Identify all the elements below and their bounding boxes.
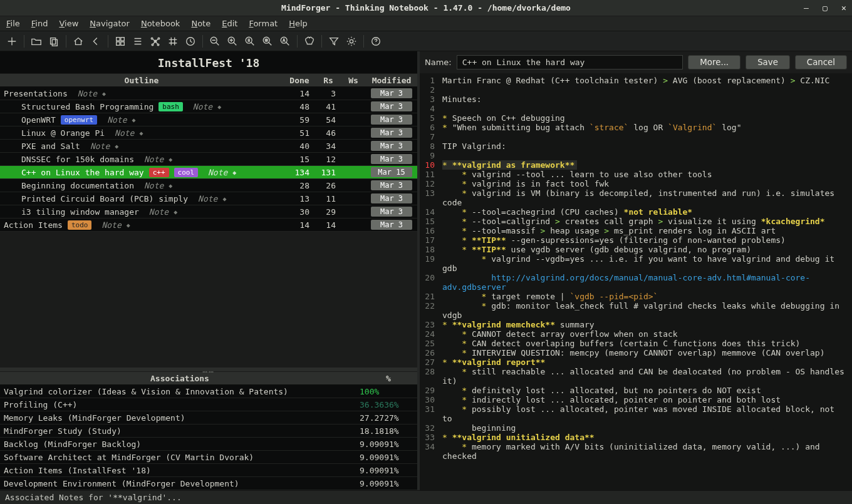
- outline-col-rs: Rs: [316, 76, 341, 85]
- name-input[interactable]: [457, 55, 683, 69]
- zoom-text-icon[interactable]: [277, 33, 293, 49]
- assoc-col-pct: %: [360, 374, 417, 383]
- tag-badge: openwrt: [61, 115, 97, 125]
- note-type-label: Note: [149, 207, 169, 217]
- name-label: Name:: [425, 58, 452, 67]
- statusbar: Associated Notes for '**valgrind'...: [0, 490, 852, 504]
- cancel-button[interactable]: Cancel: [795, 55, 847, 69]
- outline-row[interactable]: Action Itemstodo Note ◆1414Mar 3: [0, 219, 417, 232]
- maximize-icon[interactable]: ▢: [821, 3, 829, 13]
- zoom-in-main-icon[interactable]: [224, 33, 241, 49]
- association-row[interactable]: Valgrind colorizer (Ideas & Vision & Inn…: [0, 385, 417, 398]
- menu-file[interactable]: File: [6, 19, 20, 28]
- settings-icon[interactable]: [343, 33, 360, 49]
- zoom-list-icon[interactable]: [242, 33, 258, 49]
- new-note-icon[interactable]: [4, 33, 20, 49]
- tag-badge: todo: [68, 220, 92, 230]
- outline-row[interactable]: Presentations Note ◆143Mar 3: [0, 87, 417, 100]
- toolbar: [0, 31, 852, 51]
- diamond-icon: ◆: [232, 169, 236, 176]
- menu-view[interactable]: View: [59, 19, 78, 28]
- association-row[interactable]: Development Environment (MindForger Deve…: [0, 477, 417, 490]
- outline-row[interactable]: C++ on Linux the hard wayc++cool Note ◆1…: [0, 166, 417, 179]
- think-icon[interactable]: [301, 33, 318, 49]
- list-icon[interactable]: [130, 33, 146, 49]
- outline-row[interactable]: Beginning documentation Note ◆2826Mar 3: [0, 179, 417, 192]
- zoom-out-main-icon[interactable]: [207, 33, 223, 49]
- home-icon[interactable]: [70, 33, 86, 49]
- window-title: MindForger - Thinking Notebook - 1.47.0 …: [281, 3, 571, 13]
- zoom-hash-icon[interactable]: [259, 33, 276, 49]
- association-row[interactable]: Action Items (InstallFest '18)9.09091%: [0, 464, 417, 477]
- menu-note[interactable]: Note: [191, 19, 210, 28]
- association-row[interactable]: Profiling (C++)36.3636%: [0, 398, 417, 411]
- svg-rect-2: [117, 37, 120, 40]
- modified-badge: Mar 15: [371, 167, 412, 177]
- filter-icon[interactable]: [326, 33, 342, 49]
- note-type-label: Note: [144, 181, 164, 190]
- note-type-label: Note: [198, 194, 217, 203]
- minimize-icon[interactable]: —: [802, 3, 811, 13]
- diamond-icon: ◆: [222, 195, 226, 202]
- svg-rect-5: [121, 41, 124, 44]
- outline-header: Outline Done Rs Ws Modified: [0, 73, 417, 87]
- graph-icon[interactable]: [147, 33, 164, 49]
- outline-row[interactable]: OpenWRTopenwrt Note ◆5954Mar 3: [0, 113, 417, 126]
- back-icon[interactable]: [88, 33, 104, 49]
- diamond-icon: ◆: [139, 130, 143, 136]
- modified-badge: Mar 3: [371, 154, 412, 164]
- svg-rect-3: [121, 37, 124, 40]
- menu-format[interactable]: Format: [249, 19, 278, 28]
- note-type-label: Note: [90, 141, 110, 151]
- outline-body: Presentations Note ◆143Mar 3Structured B…: [0, 87, 417, 232]
- editor[interactable]: 1234567891011121314151617181920212223242…: [420, 73, 852, 490]
- menu-notebook[interactable]: Notebook: [141, 19, 180, 28]
- clock-icon[interactable]: [182, 33, 199, 49]
- outline-col-modified: Modified: [366, 76, 417, 85]
- diamond-icon: ◆: [174, 208, 177, 215]
- hash-icon[interactable]: [165, 33, 181, 49]
- diamond-icon: ◆: [217, 103, 221, 110]
- save-button[interactable]: Save: [746, 55, 790, 69]
- right-panel: Name: More... Save Cancel 12345678910111…: [420, 51, 852, 490]
- outline-row[interactable]: Printed Circuid Board (PCB) simply Note …: [0, 192, 417, 205]
- menu-help[interactable]: Help: [289, 19, 308, 28]
- association-row[interactable]: Memory Leaks (MindForger Development)27.…: [0, 411, 417, 424]
- diamond-icon: ◆: [169, 156, 172, 163]
- association-row[interactable]: Software Architect at MindForger (CV Mar…: [0, 451, 417, 464]
- note-type-label: Note: [193, 102, 212, 111]
- note-type-label: Note: [107, 115, 127, 125]
- svg-rect-1: [52, 39, 57, 46]
- association-row[interactable]: MindForger Study (Study)18.1818%: [0, 424, 417, 438]
- outline-row[interactable]: PXE and Salt Note ◆4034Mar 3: [0, 140, 417, 153]
- menu-edit[interactable]: Edit: [222, 19, 237, 28]
- titlebar: MindForger - Thinking Notebook - 1.47.0 …: [0, 0, 852, 16]
- note-type-label: Note: [101, 220, 121, 230]
- menu-navigator[interactable]: Navigator: [90, 19, 130, 28]
- svg-rect-4: [117, 41, 120, 44]
- grid-icon[interactable]: [112, 33, 128, 49]
- open-icon[interactable]: [28, 33, 44, 49]
- left-panel: InstallFest '18 Outline Done Rs Ws Modif…: [0, 51, 420, 490]
- copy-icon[interactable]: [46, 33, 62, 49]
- diamond-icon: ◆: [169, 182, 172, 189]
- diamond-icon: ◆: [115, 143, 118, 150]
- help-icon[interactable]: [368, 33, 384, 49]
- outline-row[interactable]: i3 tiling window manager Note ◆3029Mar 3: [0, 205, 417, 219]
- modified-badge: Mar 3: [371, 141, 412, 151]
- status-text: Associated Notes for '**valgrind'...: [5, 493, 182, 502]
- association-row[interactable]: Backlog (MindForger Backlog)9.09091%: [0, 438, 417, 451]
- note-type-label: Note: [208, 168, 227, 177]
- outline-row[interactable]: DNSSEC for 150k domains Note ◆1512Mar 3: [0, 153, 417, 166]
- splitter[interactable]: [0, 368, 417, 371]
- modified-badge: Mar 3: [371, 180, 412, 190]
- assoc-col-name: Associations: [0, 374, 360, 383]
- outline-row[interactable]: Linux @ Orange Pi Note ◆5146Mar 3: [0, 126, 417, 140]
- note-type-label: Note: [78, 89, 97, 98]
- menu-find[interactable]: Find: [31, 19, 48, 28]
- more-button[interactable]: More...: [688, 55, 740, 69]
- outline-col-done: Done: [283, 76, 316, 85]
- modified-badge: Mar 3: [371, 220, 412, 230]
- close-icon[interactable]: ✕: [839, 3, 848, 13]
- outline-row[interactable]: Structured Bash Programmingbash Note ◆48…: [0, 100, 417, 113]
